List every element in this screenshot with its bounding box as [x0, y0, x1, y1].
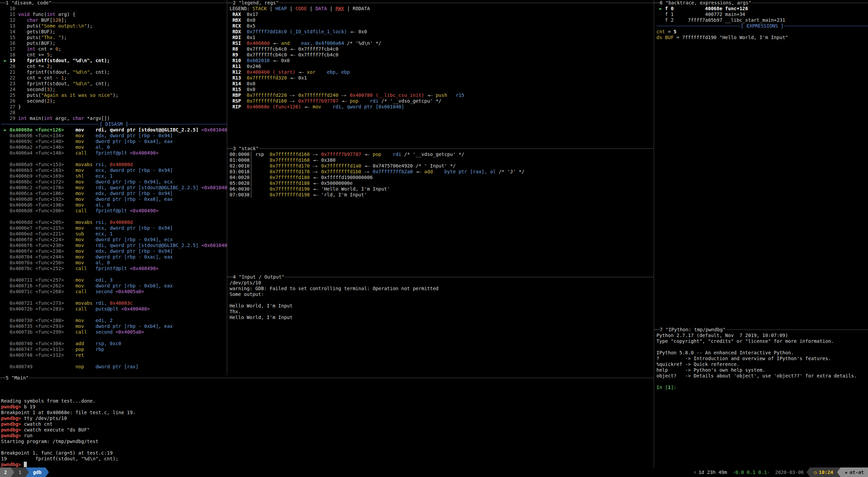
terminal-line: RAX 0x17 [230, 12, 654, 17]
terminal-line: Reading symbols from test...done. [1, 398, 654, 404]
terminal-line: 22 cnt = cnt - 1; [1, 75, 227, 81]
terminal-line: 03:0018│ 0x7fffffffd178 —▸ 0x7fffffffd1b… [230, 169, 654, 175]
terminal-line: pwndbg> cwatch cnt [1, 421, 654, 427]
load-open-bracket: ‹ [733, 470, 735, 475]
terminal-line: RCX 0x5 [230, 23, 654, 29]
terminal-line: 0x4006ca <func+186> mov edx, dword ptr [… [1, 191, 227, 196]
pane-title-label: 6 "backtrace, expressions, args" [660, 0, 752, 6]
terminal-line: 0x40071c <func+268> call second <0x4005a… [1, 289, 227, 295]
terminal-line: 0x400735 <func+293> mov dword ptr [rbp -… [1, 323, 227, 329]
tmux-session-indicator[interactable]: 2 [0, 467, 11, 477]
terminal-line: 11 void func(int arg) { [1, 12, 227, 17]
terminal-line: 17 int cnt = 0; [1, 46, 227, 52]
terminal-line [1, 444, 654, 450]
load-close-bracket: › [767, 470, 770, 475]
pane-title-label: 7 "IPython: tmp/pwndbg" [660, 327, 726, 333]
tmux-screen: ──1 "disasm, code" 10 11 void func(int a… [0, 0, 868, 477]
work-area: ──1 "disasm, code" 10 11 void func(int a… [0, 0, 868, 467]
pane-title-label: 3 "stack" [233, 146, 259, 152]
terminal-line: 0x400704 <func+244> mov dword ptr [rbp -… [1, 254, 227, 260]
terminal-line: 0x4006a4 <func+148> call fprintf@plt <0x… [1, 150, 227, 156]
terminal-line [1, 387, 654, 392]
terminal-line: 16 puts(BUF); [1, 40, 227, 46]
tmux-status-bar: 2 1 gdb ↑1d 23h 49m ‹0.0 0.1 0.1› 2020-0… [0, 467, 868, 477]
terminal-line: 0x4006dd <func+205> movabs rsi, 0x40080d [1, 219, 227, 225]
tmux-active-window-tab[interactable]: gdb [29, 467, 46, 477]
terminal-line: RBP 0x7fffffffd220 —▸ 0x7fffffffd240 —▸ … [230, 92, 654, 98]
gdb-console-content[interactable]: Reading symbols from test...done.pwndbg>… [0, 381, 654, 467]
terminal-line [1, 214, 227, 219]
terminal-line [1, 381, 654, 387]
terminal-line: 0x400711 <func+257> mov edi, 3 [1, 277, 227, 283]
title-fill-line [29, 378, 654, 378]
status-hostname-segment: ▪at-at [840, 467, 868, 477]
terminal-line: 0x400696 <func+134> mov edx, dword ptr [… [1, 133, 227, 139]
pane-title-disasm: ──1 "disasm, code" [0, 0, 227, 6]
terminal-line: f 1 400772 main+34 [656, 12, 868, 17]
terminal-line: RSI 0x40080d ◄— and eax, 0x4f000a64 /* '… [230, 40, 654, 46]
terminal-line: RSP 0x7fffffffd160 —▸ 0x7ffff7b97787 ◄— … [230, 98, 654, 104]
terminal-line: cnt = 5 [656, 29, 868, 35]
terminal-line: R15 0x0 [230, 87, 654, 92]
terminal-line: 18 cnt += 5; [1, 52, 227, 58]
title-fill-line [279, 3, 654, 3]
terminal-line: 0x4006c2 <func+178> mov rdi, qword ptr [… [1, 185, 227, 191]
terminal-line: 25 puts("Again as it was so nice"); [1, 92, 227, 98]
terminal-line: 0x400748 <func+312> ret [1, 352, 227, 358]
status-hostname: at-at [850, 470, 864, 475]
ipython-content[interactable]: Python 2.7.17 (default, Nov 7 2019, 10:0… [654, 333, 868, 467]
powerline-separator [25, 467, 29, 477]
terminal-line: pwndbg> run [1, 433, 654, 439]
registers-content[interactable]: LEGEND: STACK | HEAP | CODE | DATA | RWX… [227, 6, 654, 146]
terminal-line [1, 335, 227, 341]
terminal-line [1, 358, 227, 364]
terminal-line: 0x4006fe <func+238> mov edx, dword ptr [… [1, 248, 227, 254]
status-date: 2020-03-06 [773, 467, 807, 477]
terminal-line: R8 0x7ffff7fcb4c0 ◄— 0x7ffff7fcb4c0 [230, 46, 654, 52]
status-left: 2 1 gdb [0, 467, 49, 477]
title-dashes: ── [654, 327, 660, 333]
pane-title-label: 1 "disasm, code" [6, 0, 52, 6]
terminal-line: 19 fprintf(stdout, "%d\n", cnt); [1, 456, 654, 462]
terminal-line: f 2 7ffff7a05b97 __libc_start_main+231 [656, 17, 868, 23]
disasm-code-content[interactable]: 10 11 void func(int arg) { 12 char BUF[1… [0, 6, 227, 375]
terminal-line: 0x40069c <func+140> mov dword ptr [rbp -… [1, 139, 227, 144]
terminal-line: 20 cnt *= 2; [1, 64, 227, 69]
terminal-line: 15 puts("Thx. "); [1, 35, 227, 40]
terminal-line: ► f 0 40068e func+126 [656, 6, 868, 12]
terminal-line: Starting program: /tmp/pwndbg/test [1, 439, 654, 444]
section-separator-label: [ DISASM ] [100, 121, 128, 127]
title-dashes: ── [227, 146, 233, 152]
terminal-line: 04:0020│ 0x7fffffffd180 ◄— 0xfffffd19000… [230, 175, 654, 180]
tmux-window-index[interactable]: 1 [14, 467, 25, 477]
terminal-line: 0x4006d8 <func+200> call fprintf@plt <0x… [1, 208, 227, 214]
terminal-line: pwndbg> b 19 [1, 404, 654, 410]
terminal-line [656, 379, 868, 385]
terminal-line: 00:0000│ rsp 0x7fffffffd160 —▸ 0x7ffff7b… [230, 152, 654, 157]
terminal-line: 29 int main(int argc, char *argv[]) [1, 116, 227, 121]
terminal-line [1, 156, 227, 162]
terminal-line: 23 fprintf(stdout, "%d\n", cnt); [1, 81, 227, 87]
terminal-line: Some output: [230, 292, 654, 297]
io-content[interactable]: /dev/pts/10warning: GDB: Failed to set c… [227, 280, 654, 375]
pane-title-label: 2 "legend, regs" [233, 0, 279, 6]
terminal-line: help -> Python's own help system. [656, 367, 868, 373]
backtrace-content[interactable]: ► f 0 40068e func+126 f 1 400772 main+34… [654, 6, 868, 327]
powerline-separator [837, 467, 840, 477]
terminal-line: 0x4006bc <func+172> mov dword ptr [rbp -… [1, 179, 227, 185]
terminal-line: Breakpoint 1, func (arg=5) at test.c:19 [1, 450, 654, 456]
terminal-line: 07:0038│ 0x7fffffffd198 ◄— 'rld, I'm Inp… [230, 192, 654, 198]
terminal-line: 0x40073b <func+299> call second <0x4005a… [1, 329, 227, 335]
title-dashes: ── [227, 0, 233, 6]
terminal-line: 0x400716 <func+262> mov dword ptr [rbp -… [1, 283, 227, 289]
terminal-line: 05:0028│ 0x7fffffffd188 ◄— 0x50000000e [230, 180, 654, 186]
stack-content[interactable]: 00:0000│ rsp 0x7fffffffd160 —▸ 0x7ffff7b… [227, 152, 654, 274]
terminal-line: 12 char BUF[128]; [1, 17, 227, 23]
title-dashes: ── [227, 274, 233, 280]
terminal-line: 0x40070c <func+252> call fprintf@plt <0x… [1, 266, 227, 271]
terminal-line: 0x4006e7 <func+215> mov ecx, dword ptr [… [1, 225, 227, 231]
terminal-line: 01:0008│ 0x7fffffffd168 ◄— 0x380 [230, 157, 654, 163]
pane-title-main: ──5 "Main" [0, 375, 654, 381]
terminal-line: 0x4006a9 <func+153> movabs rsi, 0x40080d [1, 162, 227, 167]
terminal-line: 0x40072b <func+283> call puts@plt <0x400… [1, 306, 227, 312]
